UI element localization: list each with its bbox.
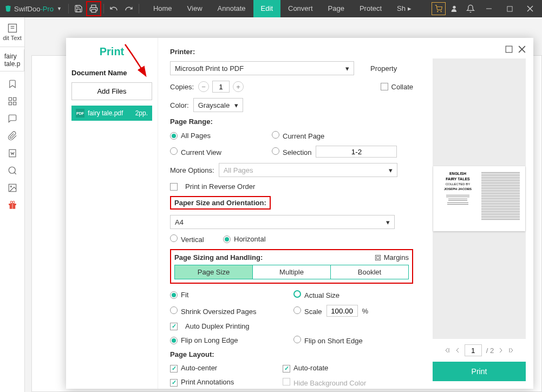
svg-rect-11 <box>9 102 11 105</box>
current-page-label: Current Page <box>283 132 324 140</box>
thumbnails-icon[interactable] <box>8 96 17 106</box>
add-files-button[interactable]: Add Files <box>71 82 152 100</box>
tab-booklet[interactable]: Booklet <box>330 265 408 279</box>
auto-rotate-label: Auto-rotate <box>293 364 328 372</box>
scale-input[interactable] <box>326 305 358 317</box>
pager-prev-icon[interactable] <box>455 348 460 353</box>
auto-center-checkbox[interactable] <box>170 365 178 373</box>
more-options-select[interactable]: All Pages▾ <box>219 163 397 177</box>
paper-size-select[interactable]: A4▾ <box>170 215 395 229</box>
user-icon[interactable] <box>447 1 462 16</box>
pager-last-icon[interactable] <box>508 348 513 353</box>
copies-label: Copies: <box>170 83 194 91</box>
auto-rotate-checkbox[interactable] <box>283 365 290 373</box>
svg-point-3 <box>453 6 455 9</box>
left-toolbar: dit Text fairy tale.p <box>0 17 25 392</box>
short-edge-radio[interactable] <box>293 336 301 343</box>
pdf-icon: PDF <box>76 109 84 117</box>
color-select[interactable]: Grayscale▾ <box>193 98 243 112</box>
svg-rect-10 <box>13 97 16 100</box>
bell-icon[interactable] <box>463 1 478 16</box>
menu-edit[interactable]: Edit <box>253 0 280 17</box>
auto-center-label: Auto-center <box>181 364 217 372</box>
actual-size-label: Actual Size <box>304 291 339 299</box>
collate-checkbox[interactable] <box>381 83 388 90</box>
selection-input[interactable] <box>316 146 397 158</box>
copies-plus-button[interactable]: + <box>233 81 244 92</box>
fit-radio[interactable] <box>170 291 178 299</box>
dialog-preview-panel: ENGLISH FAIRY TALES COLLECTED BY JOSEPH … <box>425 38 533 389</box>
reverse-label: Print in Reverse Order <box>185 182 255 191</box>
sizing-label: Page Sizing and Handling: <box>174 253 263 262</box>
collate-label: Collate <box>391 83 413 91</box>
maximize-icon[interactable] <box>500 0 519 17</box>
printer-select[interactable]: Microsoft Print to PDF▾ <box>170 61 354 75</box>
svg-rect-22 <box>376 256 379 259</box>
bookmark-icon[interactable] <box>8 79 17 89</box>
close-icon[interactable] <box>520 0 540 17</box>
color-label: Color: <box>170 101 189 109</box>
redo-icon[interactable] <box>121 1 136 16</box>
edit-text-tool[interactable]: dit Text <box>3 19 22 44</box>
document-name-label: Document Name <box>71 69 152 77</box>
all-pages-radio[interactable] <box>170 132 178 140</box>
shrink-radio[interactable] <box>170 306 178 314</box>
menu-protect[interactable]: Protect <box>352 0 389 17</box>
minimize-icon[interactable] <box>479 0 499 17</box>
undo-icon[interactable] <box>106 1 121 16</box>
tab-multiple[interactable]: Multiple <box>252 265 330 279</box>
menu-view[interactable]: View <box>180 0 210 17</box>
file-item[interactable]: PDF fairy tale.pdf 2pp. <box>71 106 152 121</box>
copies-minus-button[interactable]: − <box>198 81 209 92</box>
reverse-checkbox[interactable] <box>170 183 178 191</box>
menu-page[interactable]: Page <box>321 0 352 17</box>
scale-radio[interactable] <box>293 306 301 314</box>
printer-label: Printer: <box>170 48 195 56</box>
gift-icon[interactable] <box>8 200 17 210</box>
image-icon[interactable] <box>8 183 17 193</box>
file-pages: 2pp. <box>135 109 148 117</box>
selection-radio[interactable] <box>272 147 279 155</box>
dialog-close-icon[interactable] <box>518 45 526 53</box>
print-icon[interactable] <box>86 1 101 16</box>
horizontal-radio[interactable] <box>223 236 231 243</box>
pager-next-icon[interactable] <box>498 348 504 353</box>
vertical-radio[interactable] <box>170 234 178 242</box>
app-logo-icon <box>4 5 12 12</box>
menu-home[interactable]: Home <box>146 0 180 17</box>
current-page-radio[interactable] <box>272 131 279 139</box>
svg-point-17 <box>10 186 11 187</box>
menu-convert[interactable]: Convert <box>280 0 321 17</box>
sizing-panel: Page Sizing and Handling: Margins Page S… <box>170 249 413 284</box>
scale-label: Scale <box>304 308 322 316</box>
svg-rect-21 <box>375 255 380 260</box>
svg-rect-12 <box>13 102 16 105</box>
copies-input[interactable] <box>212 81 230 93</box>
annotations-checkbox[interactable] <box>170 379 178 387</box>
dialog-sidebar: Print Document Name Add Files PDF fairy … <box>66 38 158 389</box>
svg-point-14 <box>9 167 15 173</box>
save-icon[interactable] <box>71 1 86 16</box>
long-edge-radio[interactable] <box>170 337 178 344</box>
print-button[interactable]: Print <box>433 362 526 381</box>
dialog-maximize-icon[interactable] <box>505 45 513 53</box>
word-icon[interactable] <box>8 148 17 158</box>
margins-label[interactable]: Margins <box>384 253 409 262</box>
tab-page-size[interactable]: Page Size <box>175 265 252 279</box>
pager-input[interactable] <box>465 344 482 356</box>
brand-dropdown-icon[interactable]: ▼ <box>57 6 62 11</box>
comment-icon[interactable] <box>8 114 17 123</box>
margins-icon[interactable] <box>374 254 382 262</box>
actual-size-radio[interactable] <box>293 290 301 298</box>
menu-share[interactable]: Sh ▸ <box>389 0 419 17</box>
property-link[interactable]: Property <box>370 64 397 73</box>
menu-annotate[interactable]: Annotate <box>210 0 253 17</box>
duplex-checkbox[interactable] <box>170 323 178 330</box>
search-icon[interactable] <box>8 166 17 175</box>
cart-icon[interactable] <box>432 2 446 15</box>
attachment-icon[interactable] <box>8 131 17 141</box>
brand-name: SwifDoo-Pro <box>14 5 54 13</box>
pager-first-icon[interactable] <box>445 348 450 353</box>
file-tab[interactable]: fairy tale.p <box>0 49 24 71</box>
current-view-radio[interactable] <box>170 147 178 155</box>
